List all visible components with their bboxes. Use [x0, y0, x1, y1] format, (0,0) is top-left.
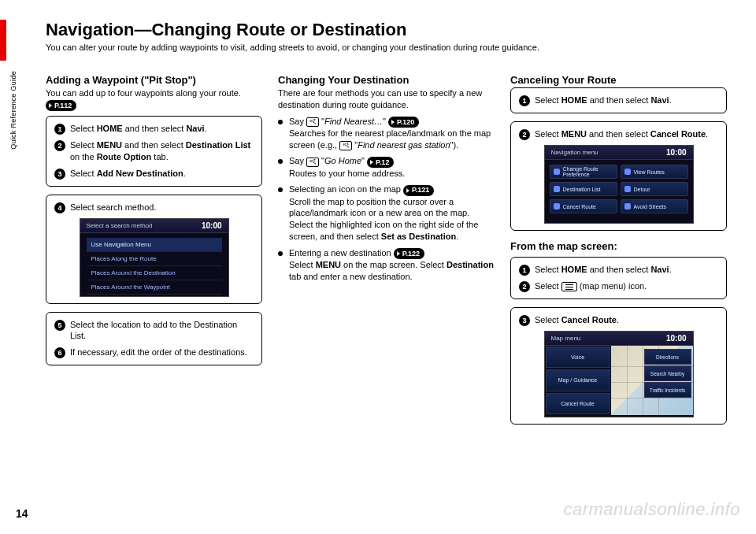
ref-p112: P.112: [46, 100, 76, 111]
voice-icon: «ξ: [306, 158, 319, 167]
screenshot-map-menu: Map menu 10:00 Voice Map / Guidance Canc…: [544, 331, 694, 417]
page-title: Navigation—Changing Route or Destination: [46, 20, 739, 40]
shot1-item-2: Places Around the Destination: [87, 266, 222, 280]
page-number: 14: [16, 507, 28, 520]
shot3-r0: Directions: [644, 349, 691, 365]
bullet-select-icon: Selecting an icon on the map P.121 Scrol…: [278, 184, 495, 242]
map-step-3: 3 Select Cancel Route.: [519, 314, 718, 326]
from-map-heading: From the map screen:: [510, 240, 727, 252]
voice-icon: «ξ: [306, 117, 319, 127]
waypoint-intro: You can add up to four waypoints along y…: [46, 87, 262, 111]
bullet-find-nearest: Say «ξ "Find Nearest…" P.120 Searches fo…: [278, 116, 495, 151]
waypoint-box-2: 4 Select search method. Select a search …: [46, 195, 262, 304]
shot3-l2: Cancel Route: [546, 393, 610, 414]
col-waypoint: Adding a Waypoint ("Pit Stop") You can a…: [46, 74, 262, 432]
step-2: 2 Select MENU and then select Destinatio…: [54, 139, 254, 163]
screenshot-nav-menu: Navigation menu 10:00 Change Route Prefe…: [544, 145, 694, 224]
waypoint-heading: Adding a Waypoint ("Pit Stop"): [46, 74, 262, 86]
bullet-icon: [278, 251, 283, 256]
shot1-item-1: Places Along the Route: [87, 252, 222, 266]
waypoint-box-1: 1 Select HOME and then select Navi. 2 Se…: [46, 116, 262, 187]
ref-p121: P.121: [403, 185, 434, 196]
changing-heading: Changing Your Destination: [278, 74, 495, 86]
step-num-1: 1: [54, 124, 65, 135]
step-num-5: 5: [54, 320, 65, 331]
changing-intro: There are four methods you can use to sp…: [278, 87, 495, 111]
ref-p120: P.120: [388, 117, 419, 128]
map-step-2: 2 Select (map menu) icon.: [519, 280, 718, 292]
step-num-4: 4: [54, 202, 65, 213]
step-num: 2: [519, 129, 530, 140]
step-5: 5 Select the location to add to the Dest…: [54, 319, 254, 343]
menu-icon: [561, 282, 577, 291]
shot2-btn-2: Destination List: [550, 182, 617, 196]
shot1-title: Select a search method: [87, 222, 153, 229]
bullet-icon: [278, 159, 283, 164]
side-label: Quick Reference Guide: [9, 71, 17, 150]
waypoint-intro-text: You can add up to four waypoints along y…: [46, 88, 241, 98]
ref-p122: P.122: [394, 248, 424, 259]
shot2-btn-4: Cancel Route: [550, 199, 617, 213]
ref-p12: P.12: [367, 157, 394, 168]
bullet-icon: [278, 187, 283, 192]
shot3-r1: Search Nearby: [644, 365, 691, 381]
shot1-time: 10:00: [202, 221, 222, 230]
shot1-item-0: Use Navigation Menu: [87, 238, 222, 252]
side-tab: [0, 20, 6, 61]
step-num: 2: [519, 281, 530, 292]
step-num-2: 2: [54, 140, 65, 151]
step-num-6: 6: [54, 347, 65, 358]
shot3-l0: Voice: [546, 347, 610, 368]
shot1-item-3: Places Around the Waypoint: [87, 280, 222, 295]
map-step-1: 1 Select HOME and then select Navi.: [519, 264, 718, 276]
step-num: 3: [519, 315, 530, 326]
shot2-title: Navigation menu: [551, 149, 598, 156]
cancel-box-3: 1 Select HOME and then select Navi. 2 Se…: [510, 257, 727, 299]
shot2-btn-3: Detour: [621, 182, 688, 196]
bullet-enter-dest: Entering a new destination P.122 Select …: [278, 247, 495, 283]
shot2-btn-5: Avoid Streets: [621, 199, 688, 213]
cancel-heading: Canceling Your Route: [510, 74, 727, 86]
step-4: 4 Select search method.: [54, 202, 254, 213]
cancel-box-1: 1 Select HOME and then select Navi.: [510, 87, 727, 113]
step-num: 1: [519, 95, 530, 106]
col-changing: Changing Your Destination There are four…: [278, 74, 495, 432]
cancel-box-4: 3 Select Cancel Route. Map menu 10:00 Vo…: [510, 307, 727, 425]
bullet-icon: [278, 120, 283, 124]
step-6: 6 If necessary, edit the order of the de…: [54, 347, 254, 358]
shot3-title: Map menu: [551, 335, 581, 342]
shot2-btn-1: View Routes: [621, 165, 688, 179]
waypoint-box-3: 5 Select the location to add to the Dest…: [46, 312, 262, 366]
shot3-time: 10:00: [666, 334, 687, 343]
cancel-step-1: 1 Select HOME and then select Navi.: [519, 95, 718, 106]
shot3-l1: Map / Guidance: [546, 369, 610, 391]
screenshot-search-method: Select a search method 10:00 Use Navigat…: [80, 218, 229, 297]
bullet-go-home: Say «ξ "Go Home" P.12 Routes to your hom…: [278, 155, 495, 179]
shot2-time: 10:00: [666, 148, 687, 157]
page-subtitle: You can alter your route by adding waypo…: [46, 43, 739, 52]
shot2-btn-0: Change Route Preference: [550, 165, 617, 179]
step-num: 1: [519, 265, 530, 276]
cancel-step-2: 2 Select MENU and then select Cancel Rou…: [519, 128, 718, 140]
step-num-3: 3: [54, 169, 65, 180]
step-1: 1 Select HOME and then select Navi.: [54, 123, 254, 135]
page-content: Navigation—Changing Route or Destination…: [46, 20, 739, 432]
cancel-box-2: 2 Select MENU and then select Cancel Rou…: [510, 121, 727, 231]
step-3: 3 Select Add New Destination.: [54, 168, 254, 180]
col-cancel: Canceling Your Route 1 Select HOME and t…: [510, 74, 727, 432]
voice-icon: «ξ: [339, 141, 352, 150]
watermark: carmanualsonline.info: [563, 499, 740, 520]
shot3-r2: Traffic Incidents: [644, 382, 691, 398]
